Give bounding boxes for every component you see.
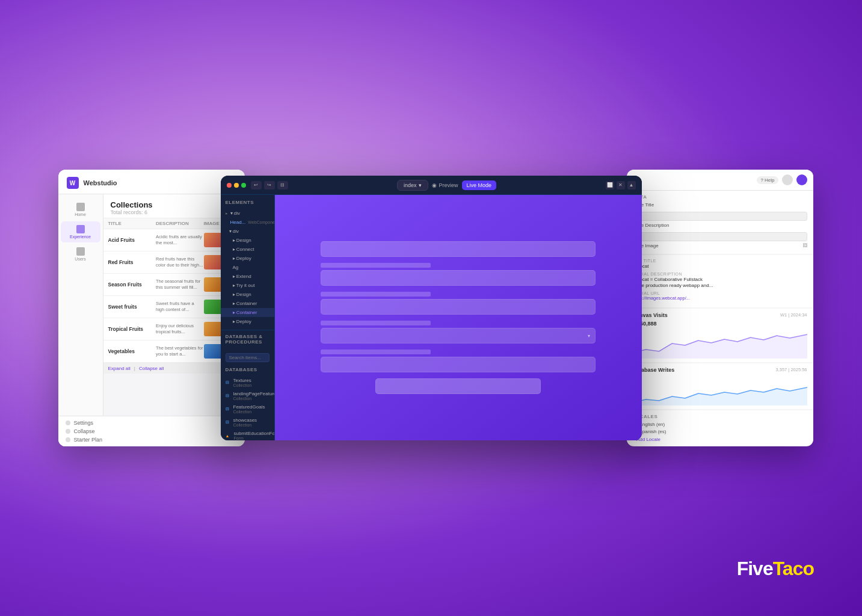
databases-label: DATABASES	[221, 365, 274, 376]
search-input[interactable]	[226, 353, 269, 362]
page-selector[interactable]: index ▾	[397, 180, 429, 191]
editor-body: ELEMENTS ▸ ▾ div Head... WebComponer ▾ d…	[221, 195, 642, 440]
maximize-dot[interactable]	[241, 183, 246, 188]
svg-marker-0	[633, 334, 807, 359]
titlebar-right: ⬜ ✕ ▲	[606, 181, 636, 189]
brand-name-part1: Five	[737, 558, 773, 579]
preview-button[interactable]: ◉ Preview	[432, 182, 458, 188]
db-landing[interactable]: ⊟ landingPageFeatures Collection	[221, 389, 274, 402]
editor-window: ↩ ↪ ⊟ index ▾ ◉ Preview Live Mode	[221, 176, 642, 440]
db-form[interactable]: ▲ submitEducationForm Form	[221, 429, 274, 440]
page-title-input[interactable]	[633, 212, 807, 221]
db-textures[interactable]: ⊟ Textures Collection	[221, 376, 274, 389]
db-showcases[interactable]: ⊟ showcases Collection	[221, 416, 274, 429]
canvas-inner: ▾	[321, 241, 596, 394]
home-icon	[76, 203, 85, 211]
element-deploy[interactable]: ▸ Deploy	[221, 254, 274, 263]
add-locale-button[interactable]: + Add Locale	[633, 437, 807, 442]
form-group-3: ▾	[321, 321, 596, 343]
locales-section: LOCALES English (en) Spanish (es) + Add …	[627, 410, 813, 446]
form-input-1[interactable]	[321, 270, 596, 286]
element-ag[interactable]: Ag	[221, 263, 274, 272]
panel-divider	[221, 330, 274, 330]
database-writes-mini-chart	[633, 375, 807, 405]
left-footer: Settings Collapse Starter Plan	[58, 416, 245, 446]
user-avatar-2	[796, 174, 807, 185]
search-bar	[221, 348, 274, 365]
locale-english: English (en)	[633, 422, 807, 427]
window-controls	[227, 183, 246, 188]
element-design[interactable]: ▸ Design	[221, 236, 274, 245]
collections-count: Total records: 6	[111, 209, 238, 215]
window-ctrl-2[interactable]: ✕	[617, 181, 625, 189]
svg-marker-1	[633, 387, 807, 405]
form-select[interactable]: ▾	[321, 328, 596, 343]
right-panel-header: ? Help	[627, 170, 813, 191]
footer-plan[interactable]: Starter Plan	[66, 437, 238, 443]
collections-title: Collections	[111, 200, 238, 209]
left-sidebar: Home Experience Users Collections Total …	[58, 194, 245, 446]
window-ctrl-3[interactable]: ▲	[627, 181, 636, 189]
page-desc-row: Page Description	[633, 223, 807, 228]
page-image-row: Page Image 🖼	[633, 243, 807, 248]
minimize-dot[interactable]	[234, 183, 239, 188]
brand-watermark: FiveTaco	[737, 558, 814, 580]
element-deploy-2[interactable]: ▸ Deploy	[221, 317, 274, 326]
element-div-root[interactable]: ▸ ▾ div	[221, 209, 274, 218]
form-input-3[interactable]	[321, 357, 596, 372]
form-label-2	[321, 292, 431, 297]
editor-titlebar: ↩ ↪ ⊟ index ▾ ◉ Preview Live Mode	[221, 176, 642, 195]
locale-list: English (en) Spanish (es)	[633, 422, 807, 434]
app-logo: W	[67, 177, 79, 189]
form-label-4	[321, 350, 431, 354]
canvas-visits-chart: Canvas Visits W1 | 2024:34 1,050,888	[627, 309, 813, 362]
canvas-visits-mini-chart	[633, 328, 807, 359]
row-image	[204, 322, 223, 336]
footer-collapse[interactable]: Collapse	[66, 428, 238, 434]
undo-button[interactable]: ↩	[251, 181, 262, 189]
row-image	[204, 233, 223, 247]
footer-settings[interactable]: Settings	[66, 420, 238, 426]
left-panel: W Webstudio Home Experience Users	[58, 170, 245, 446]
db-panel-title: DATABASES & PROCEDURES	[221, 334, 274, 348]
exp-icon	[76, 225, 85, 233]
redo-button[interactable]: ↪	[264, 181, 275, 189]
elements-panel-title: ELEMENTS	[221, 200, 274, 209]
help-button[interactable]: ? Help	[757, 176, 778, 184]
plan-icon	[66, 437, 70, 442]
sidebar-item-users[interactable]: Users	[58, 244, 103, 265]
element-extend[interactable]: ▸ Extend	[221, 272, 274, 281]
element-design-2[interactable]: ▸ Design	[221, 290, 274, 299]
page-desc-input[interactable]	[633, 232, 807, 241]
form-group-2	[321, 292, 596, 315]
db-goals[interactable]: ⊟ FeaturedGoals Collection	[221, 402, 274, 416]
social-desc-block: SOCIAL DESCRIPTION Webcat = Collaborativ…	[633, 272, 807, 288]
element-container-2[interactable]: ▸ Container	[221, 308, 274, 317]
db-chart-title-row: Database Writes 3,357 | 2025:56	[633, 367, 807, 373]
social-url-block: SOCIAL URL https://images.webcat.app/...	[633, 291, 807, 301]
element-container-1[interactable]: ▸ Container	[221, 299, 274, 308]
submit-button[interactable]	[375, 378, 541, 394]
image-icon: 🖼	[802, 243, 807, 248]
expand-all-link[interactable]: Expand all	[108, 366, 131, 371]
sidebar-nav: Home Experience Users	[58, 194, 103, 446]
element-div-1[interactable]: ▾ div	[221, 227, 274, 236]
close-dot[interactable]	[227, 183, 232, 188]
select-arrow-icon: ▾	[588, 333, 590, 339]
live-mode-button[interactable]: Live Mode	[462, 180, 497, 190]
element-head[interactable]: Head... WebComponer	[221, 218, 274, 227]
collapse-icon	[66, 429, 70, 434]
main-container: W Webstudio Home Experience Users	[161, 164, 702, 452]
sidebar-item-home[interactable]: Home	[58, 199, 103, 220]
sidebar-item-experience[interactable]: Experience	[61, 221, 100, 242]
element-try[interactable]: ▸ Try it out	[221, 281, 274, 290]
collapse-all-link[interactable]: Collapse all	[139, 366, 164, 371]
window-ctrl-1[interactable]: ⬜	[606, 181, 614, 189]
form-field-1	[321, 241, 596, 257]
right-panel: ? Help META Page Title Page Description …	[627, 170, 813, 446]
element-connect[interactable]: ▸ Connect	[221, 245, 274, 254]
save-button[interactable]: ⊟	[277, 181, 288, 189]
row-image	[204, 277, 223, 292]
form-group-1	[321, 263, 596, 286]
form-input-2[interactable]	[321, 299, 596, 315]
